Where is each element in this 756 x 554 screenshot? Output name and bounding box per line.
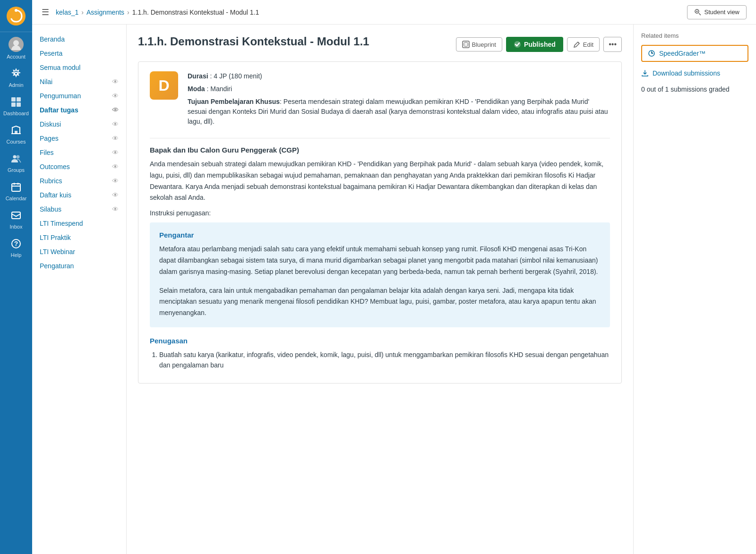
sidebar-item-pages[interactable]: Pages 👁 <box>32 131 126 145</box>
infobox-para-2: Selain metafora, cara lain untuk mengaba… <box>159 285 601 319</box>
svg-rect-6 <box>11 102 16 107</box>
sidebar-item-account[interactable]: Account <box>0 32 32 62</box>
published-button[interactable]: Published <box>506 37 563 52</box>
outcomes-visibility-icon: 👁 <box>112 163 119 170</box>
assignment-title: 1.1.h. Demonstrasi Kontekstual - Modul 1… <box>138 34 369 49</box>
nav-rail: Account Admin Dashboard Courses Groups C… <box>0 0 32 554</box>
breadcrumb-sep-1: › <box>81 9 84 16</box>
sidebar-item-groups[interactable]: Groups <box>0 147 32 176</box>
sidebar-label-daftar-tugas: Daftar tugas <box>40 106 78 114</box>
main-wrapper: ☰ kelas_1 › Assignments › 1.1.h. Demonst… <box>32 0 756 554</box>
sidebar-item-lti-praktik[interactable]: LTI Praktik <box>32 230 126 245</box>
silabus-visibility-icon: 👁 <box>112 205 119 213</box>
sidebar-item-rubrics[interactable]: Rubrics 👁 <box>32 174 126 188</box>
breadcrumb-sep-2: › <box>127 9 129 16</box>
infobox-pengantar: Pengantar Metafora atau perlambang menja… <box>150 222 610 327</box>
edit-icon <box>573 41 581 48</box>
svg-rect-12 <box>12 212 20 219</box>
section-divider <box>150 138 610 138</box>
sidebar-label-files: Files <box>40 149 54 156</box>
courses-label: Courses <box>7 139 26 145</box>
files-visibility-icon: 👁 <box>112 149 119 156</box>
nav-logo <box>0 0 32 32</box>
sidebar-item-lti-timespend[interactable]: LTI Timespend <box>32 216 126 230</box>
breadcrumb: ☰ kelas_1 › Assignments › 1.1.h. Demonst… <box>42 7 259 17</box>
related-items-title: Related items <box>641 32 748 39</box>
sidebar-item-peserta[interactable]: Peserta <box>32 46 126 60</box>
sidebar-item-nilai[interactable]: Nilai 👁 <box>32 75 126 89</box>
calendar-icon <box>9 180 23 194</box>
sidebar-item-semua-modul[interactable]: Semua modul <box>32 60 126 75</box>
breadcrumb-current: 1.1.h. Demonstrasi Kontekstual - Modul 1… <box>132 9 259 16</box>
speedgrader-icon <box>648 50 655 57</box>
penugasan-title: Penugasan <box>150 337 610 345</box>
daftar-kuis-visibility-icon: 👁 <box>112 191 119 199</box>
sidebar-item-daftar-tugas[interactable]: Daftar tugas 👁 <box>32 103 126 117</box>
svg-rect-5 <box>17 97 21 102</box>
sidebar-item-dashboard[interactable]: Dashboard <box>0 91 32 119</box>
pages-visibility-icon: 👁 <box>112 135 119 142</box>
assignment-meta: D Durasi : 4 JP (180 menit) Moda : Mandi… <box>150 71 610 129</box>
download-submissions-button[interactable]: Download submissions <box>641 67 748 80</box>
published-check-icon <box>514 41 521 48</box>
sidebar-item-silabus[interactable]: Silabus 👁 <box>32 202 126 216</box>
more-options-button[interactable]: ••• <box>603 37 622 52</box>
sidebar-label-pengumuman: Pengumuman <box>40 92 81 100</box>
groups-label: Groups <box>8 167 25 173</box>
section1-title: Bapak dan Ibu Calon Guru Penggerak (CGP) <box>150 146 610 154</box>
sidebar-item-calendar[interactable]: Calendar <box>0 176 32 204</box>
sidebar-label-pengaturan: Pengaturan <box>40 262 74 270</box>
sidebar-item-outcomes[interactable]: Outcomes 👁 <box>32 160 126 174</box>
svg-point-9 <box>13 155 17 159</box>
speedgrader-button[interactable]: SpeedGrader™ <box>641 45 748 62</box>
sidebar-label-lti-timespend: LTI Timespend <box>40 220 83 227</box>
breadcrumb-section[interactable]: Assignments <box>86 9 124 16</box>
sidebar-item-inbox[interactable]: Inbox <box>0 204 32 232</box>
account-label: Account <box>7 54 26 60</box>
sidebar-item-diskusi[interactable]: Diskusi 👁 <box>32 117 126 131</box>
svg-rect-11 <box>12 184 20 191</box>
sidebar-label-silabus: Silabus <box>40 205 61 213</box>
edit-button[interactable]: Edit <box>567 37 600 51</box>
sidebar-label-peserta: Peserta <box>40 50 62 57</box>
section1-text: Anda mendesain sebuah strategi dalam mew… <box>150 159 610 204</box>
calendar-label: Calendar <box>6 196 27 201</box>
sidebar-item-files[interactable]: Files 👁 <box>32 145 126 160</box>
admin-label: Admin <box>9 82 23 88</box>
download-icon <box>641 69 649 77</box>
logo-icon <box>7 7 26 26</box>
blueprint-button[interactable]: Blueprint <box>456 37 502 51</box>
student-view-button[interactable]: Student view <box>687 5 747 19</box>
sidebar-item-admin[interactable]: Admin <box>0 62 32 91</box>
dashboard-icon <box>9 95 23 109</box>
help-label: Help <box>11 252 22 258</box>
sidebar-label-lti-praktik: LTI Praktik <box>40 234 71 241</box>
infobox-para-1: Metafora atau perlambang menjadi salah s… <box>159 244 601 277</box>
sidebar-label-diskusi: Diskusi <box>40 120 61 128</box>
assignment-icon: D <box>150 71 178 100</box>
sidebar-item-pengumuman[interactable]: Pengumuman 👁 <box>32 89 126 103</box>
menu-icon[interactable]: ☰ <box>42 7 49 17</box>
sidebar-item-courses[interactable]: Courses <box>0 119 32 147</box>
sidebar-item-help[interactable]: ? Help <box>0 232 32 261</box>
rubrics-visibility-icon: 👁 <box>112 177 119 185</box>
sidebar-label-rubrics: Rubrics <box>40 177 62 185</box>
sidebar-label-beranda: Beranda <box>40 35 65 43</box>
svg-rect-4 <box>11 97 16 102</box>
inbox-label: Inbox <box>10 224 23 230</box>
submissions-graded-text: 0 out of 1 submissions graded <box>641 84 748 95</box>
breadcrumb-course[interactable]: kelas_1 <box>56 9 78 16</box>
durasi-line: Durasi : 4 JP (180 menit) <box>188 71 610 81</box>
svg-point-10 <box>17 155 20 159</box>
instruksi-label: Instruksi penugasan: <box>150 209 610 217</box>
sidebar-label-nilai: Nilai <box>40 78 52 85</box>
sidebar-label-outcomes: Outcomes <box>40 163 70 170</box>
sidebar-item-pengaturan[interactable]: Pengaturan <box>32 259 126 273</box>
assignment-body: D Durasi : 4 JP (180 menit) Moda : Mandi… <box>138 61 622 384</box>
account-avatar <box>9 37 24 52</box>
sidebar-item-daftar-kuis[interactable]: Daftar kuis 👁 <box>32 188 126 202</box>
moda-line: Moda : Mandiri <box>188 84 610 94</box>
sidebar-item-lti-webinar[interactable]: LTI Webinar <box>32 245 126 259</box>
nilai-visibility-icon: 👁 <box>112 78 119 85</box>
sidebar-item-beranda[interactable]: Beranda <box>32 32 126 46</box>
